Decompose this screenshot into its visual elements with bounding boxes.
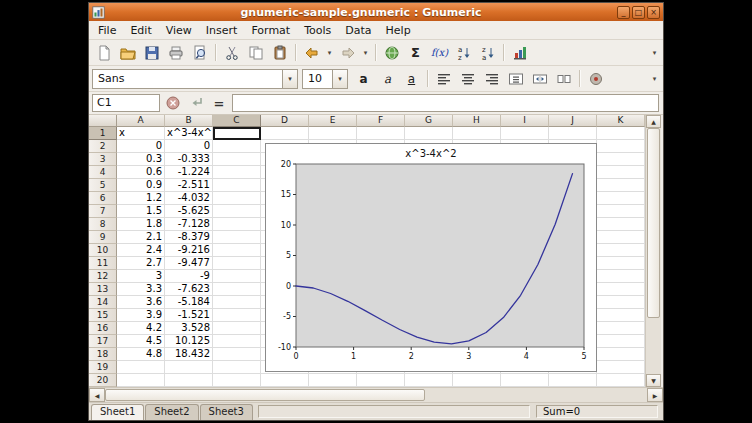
cell-C15[interactable] bbox=[213, 309, 261, 322]
cell-F20[interactable] bbox=[357, 374, 405, 387]
cell-C10[interactable] bbox=[213, 244, 261, 257]
cell-E1[interactable] bbox=[309, 127, 357, 140]
align-right-button[interactable] bbox=[480, 68, 503, 90]
font-name-combo[interactable]: Sans ▾ bbox=[92, 69, 298, 89]
cell-A7[interactable]: 1.5 bbox=[117, 205, 165, 218]
cell-K1[interactable] bbox=[597, 127, 645, 140]
cell-C14[interactable] bbox=[213, 296, 261, 309]
row-header-7[interactable]: 7 bbox=[89, 205, 117, 218]
merge-cells-button[interactable] bbox=[528, 68, 551, 90]
cell-K7[interactable] bbox=[597, 205, 645, 218]
cell-B18[interactable]: 18.432 bbox=[165, 348, 213, 361]
cell-C7[interactable] bbox=[213, 205, 261, 218]
accept-button[interactable] bbox=[186, 93, 206, 113]
cell-A4[interactable]: 0.6 bbox=[117, 166, 165, 179]
row-header-2[interactable]: 2 bbox=[89, 140, 117, 153]
money-format-button[interactable] bbox=[584, 68, 607, 90]
column-header-C[interactable]: C bbox=[213, 115, 261, 127]
scroll-down-button[interactable]: ▼ bbox=[646, 374, 661, 387]
sheet-tab-sheet1[interactable]: Sheet1 bbox=[91, 404, 144, 420]
cell-C8[interactable] bbox=[213, 218, 261, 231]
cell-D1[interactable] bbox=[261, 127, 309, 140]
cell-K9[interactable] bbox=[597, 231, 645, 244]
cell-K16[interactable] bbox=[597, 322, 645, 335]
cell-A6[interactable]: 1.2 bbox=[117, 192, 165, 205]
sum-button[interactable]: Σ bbox=[404, 42, 427, 64]
row-header-11[interactable]: 11 bbox=[89, 257, 117, 270]
toolbar-overflow-button[interactable]: ▾ bbox=[649, 42, 660, 64]
column-header-F[interactable]: F bbox=[357, 115, 405, 127]
cell-G1[interactable] bbox=[405, 127, 453, 140]
cell-B8[interactable]: -7.128 bbox=[165, 218, 213, 231]
row-header-13[interactable]: 13 bbox=[89, 283, 117, 296]
cell-J1[interactable] bbox=[549, 127, 597, 140]
row-header-3[interactable]: 3 bbox=[89, 153, 117, 166]
cell-B4[interactable]: -1.224 bbox=[165, 166, 213, 179]
cell-A11[interactable]: 2.7 bbox=[117, 257, 165, 270]
menu-data[interactable]: Data bbox=[338, 22, 378, 39]
undo-button[interactable] bbox=[300, 42, 323, 64]
cell-C18[interactable] bbox=[213, 348, 261, 361]
cell-B1[interactable]: x^3-4x^2 bbox=[165, 127, 213, 140]
cell-B2[interactable]: 0 bbox=[165, 140, 213, 153]
close-button[interactable]: × bbox=[647, 6, 660, 19]
menu-help[interactable]: Help bbox=[379, 22, 418, 39]
font-size-combo[interactable]: 10 ▾ bbox=[302, 69, 348, 89]
format-toolbar-overflow-button[interactable]: ▾ bbox=[649, 68, 660, 90]
horizontal-scrollbar-trough[interactable] bbox=[425, 388, 647, 402]
cell-C16[interactable] bbox=[213, 322, 261, 335]
cell-F1[interactable] bbox=[357, 127, 405, 140]
menu-format[interactable]: Format bbox=[244, 22, 297, 39]
row-header-15[interactable]: 15 bbox=[89, 309, 117, 322]
row-header-18[interactable]: 18 bbox=[89, 348, 117, 361]
cell-C5[interactable] bbox=[213, 179, 261, 192]
hyperlink-button[interactable] bbox=[380, 42, 403, 64]
cell-I20[interactable] bbox=[501, 374, 549, 387]
menu-insert[interactable]: Insert bbox=[199, 22, 245, 39]
column-header-A[interactable]: A bbox=[117, 115, 165, 127]
row-header-1[interactable]: 1 bbox=[89, 127, 117, 140]
column-header-H[interactable]: H bbox=[453, 115, 501, 127]
row-header-8[interactable]: 8 bbox=[89, 218, 117, 231]
formula-entry[interactable] bbox=[232, 94, 659, 112]
cell-A3[interactable]: 0.3 bbox=[117, 153, 165, 166]
sheet-tab-sheet2[interactable]: Sheet2 bbox=[145, 404, 198, 420]
chevron-down-icon[interactable]: ▾ bbox=[332, 70, 347, 88]
cell-B5[interactable]: -2.511 bbox=[165, 179, 213, 192]
cell-K12[interactable] bbox=[597, 270, 645, 283]
redo-dropdown[interactable]: ▾ bbox=[360, 42, 371, 64]
cell-B3[interactable]: -0.333 bbox=[165, 153, 213, 166]
cell-A9[interactable]: 2.1 bbox=[117, 231, 165, 244]
cell-K15[interactable] bbox=[597, 309, 645, 322]
row-header-17[interactable]: 17 bbox=[89, 335, 117, 348]
redo-button[interactable] bbox=[336, 42, 359, 64]
cell-A14[interactable]: 3.6 bbox=[117, 296, 165, 309]
row-header-6[interactable]: 6 bbox=[89, 192, 117, 205]
cell-C11[interactable] bbox=[213, 257, 261, 270]
copy-button[interactable] bbox=[244, 42, 267, 64]
new-button[interactable] bbox=[92, 42, 115, 64]
cell-K19[interactable] bbox=[597, 361, 645, 374]
column-header-I[interactable]: I bbox=[501, 115, 549, 127]
cell-C20[interactable] bbox=[213, 374, 261, 387]
open-button[interactable] bbox=[116, 42, 139, 64]
cell-B10[interactable]: -9.216 bbox=[165, 244, 213, 257]
menu-edit[interactable]: Edit bbox=[123, 22, 158, 39]
cell-C17[interactable] bbox=[213, 335, 261, 348]
bold-button[interactable]: a bbox=[352, 68, 375, 90]
cell-C2[interactable] bbox=[213, 140, 261, 153]
cell-B19[interactable] bbox=[165, 361, 213, 374]
paste-button[interactable] bbox=[268, 42, 291, 64]
row-header-14[interactable]: 14 bbox=[89, 296, 117, 309]
cell-B7[interactable]: -5.625 bbox=[165, 205, 213, 218]
cell-A19[interactable] bbox=[117, 361, 165, 374]
cell-B11[interactable]: -9.477 bbox=[165, 257, 213, 270]
cell-C3[interactable] bbox=[213, 153, 261, 166]
cell-B9[interactable]: -8.379 bbox=[165, 231, 213, 244]
chart-object[interactable]: x^3-4x^2 20151050-5-10012345 bbox=[265, 143, 597, 372]
cell-K18[interactable] bbox=[597, 348, 645, 361]
print-button[interactable] bbox=[164, 42, 187, 64]
menu-file[interactable]: File bbox=[91, 22, 123, 39]
minimize-button[interactable]: _ bbox=[617, 6, 630, 19]
scroll-left-button[interactable]: ◀ bbox=[89, 388, 105, 402]
